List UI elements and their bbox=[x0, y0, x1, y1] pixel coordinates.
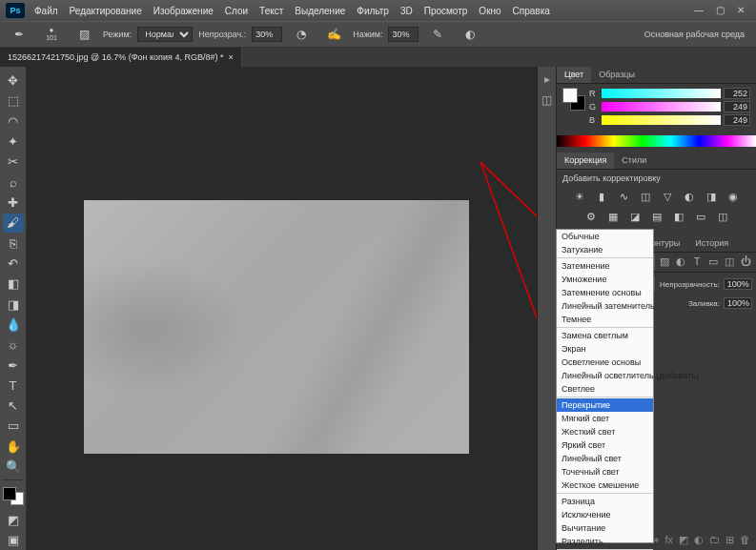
g-value[interactable]: 249 bbox=[724, 101, 750, 112]
canvas-area[interactable] bbox=[27, 67, 537, 550]
gradient-tool-icon[interactable]: ◨ bbox=[3, 295, 24, 313]
filter-smart-icon[interactable]: ◫ bbox=[723, 255, 736, 269]
blur-tool-icon[interactable]: 💧 bbox=[3, 316, 24, 334]
lasso-tool-icon[interactable]: ◠ bbox=[3, 112, 24, 131]
opacity-input[interactable] bbox=[252, 27, 282, 42]
invert-adj-icon[interactable]: ◪ bbox=[626, 211, 644, 226]
gradient-map-adj-icon[interactable]: ▭ bbox=[692, 211, 709, 226]
blend-option[interactable]: Жесткий свет bbox=[557, 425, 653, 438]
tab-swatches[interactable]: Образцы bbox=[591, 67, 643, 83]
blend-option[interactable]: Мягкий свет bbox=[557, 412, 653, 425]
flow-input[interactable] bbox=[388, 27, 419, 42]
menu-выделение[interactable]: Выделение bbox=[289, 4, 351, 18]
minimize-button[interactable]: — bbox=[689, 3, 708, 18]
spectrum-ramp[interactable] bbox=[557, 135, 756, 147]
blend-option[interactable]: Точечный свет bbox=[557, 465, 653, 479]
document-tab[interactable]: 15266217421750.jpg @ 16.7% (Фон копия 4,… bbox=[0, 48, 242, 67]
b-value[interactable]: 249 bbox=[724, 114, 750, 126]
curves-adj-icon[interactable]: ∿ bbox=[615, 191, 632, 206]
tab-adjustments[interactable]: Коррекция bbox=[557, 153, 614, 169]
brush-tool-icon[interactable]: 🖌 bbox=[3, 214, 24, 232]
quick-mask-icon[interactable]: ◩ bbox=[3, 510, 24, 528]
blend-option[interactable]: Разница bbox=[557, 495, 653, 508]
healing-tool-icon[interactable]: ✚ bbox=[3, 194, 24, 212]
blend-option[interactable]: Светлее bbox=[557, 382, 653, 396]
maximize-button[interactable]: ▢ bbox=[710, 3, 729, 18]
color-selector-swatches[interactable] bbox=[562, 88, 585, 111]
threshold-adj-icon[interactable]: ◧ bbox=[670, 211, 687, 226]
tab-history[interactable]: История bbox=[687, 235, 736, 252]
pressure-opacity-icon[interactable]: ◔ bbox=[288, 24, 315, 45]
blend-option[interactable]: Замена светлым bbox=[557, 329, 653, 342]
mode-select[interactable]: Нормал... bbox=[137, 27, 193, 42]
blend-option[interactable]: Перекрытие bbox=[557, 398, 653, 412]
menu-окно[interactable]: Окно bbox=[473, 4, 506, 18]
tab-color[interactable]: Цвет bbox=[557, 67, 591, 83]
eraser-tool-icon[interactable]: ◧ bbox=[3, 275, 24, 293]
filter-type-icon[interactable]: T bbox=[690, 255, 704, 269]
vibrance-adj-icon[interactable]: ▽ bbox=[659, 191, 676, 206]
blend-option[interactable]: Жесткое смешение bbox=[557, 479, 653, 492]
dodge-tool-icon[interactable]: ☼ bbox=[3, 336, 24, 354]
menu-фильтр[interactable]: Фильтр bbox=[351, 4, 395, 18]
pen-tool-icon[interactable]: ✒ bbox=[3, 356, 24, 374]
path-tool-icon[interactable]: ↖ bbox=[3, 397, 24, 415]
photo-filter-adj-icon[interactable]: ◉ bbox=[725, 191, 742, 206]
pressure-size-icon[interactable]: ✎ bbox=[424, 24, 451, 45]
workspace-label[interactable]: Основная рабочая среда bbox=[644, 30, 745, 39]
blend-option[interactable]: Обычные bbox=[557, 230, 653, 243]
hue-adj-icon[interactable]: ◐ bbox=[681, 191, 698, 206]
r-value[interactable]: 252 bbox=[724, 88, 750, 99]
blend-option[interactable]: Исключение bbox=[557, 508, 653, 521]
blend-option[interactable]: Вычитание bbox=[557, 521, 653, 535]
eyedropper-tool-icon[interactable]: ⌕ bbox=[3, 173, 24, 192]
layer-opacity-input[interactable]: 100% bbox=[724, 278, 752, 290]
blend-option[interactable]: Умножение bbox=[557, 273, 653, 286]
menu-файл[interactable]: Файл bbox=[29, 4, 64, 18]
blend-option[interactable]: Линейный осветлитель (добавить) bbox=[557, 369, 653, 382]
menu-справка[interactable]: Справка bbox=[507, 4, 556, 18]
blend-option[interactable]: Экран bbox=[557, 342, 653, 356]
adj-layer-icon[interactable]: ◐ bbox=[694, 534, 704, 546]
blend-option[interactable]: Темнее bbox=[557, 313, 653, 326]
close-button[interactable]: ✕ bbox=[731, 3, 750, 18]
brush-size-picker[interactable]: ●101 bbox=[38, 24, 65, 45]
panel-icon[interactable]: ◫ bbox=[540, 93, 555, 109]
filter-pixel-icon[interactable]: ▨ bbox=[658, 255, 671, 269]
menu-3d[interactable]: 3D bbox=[395, 4, 419, 18]
menu-редактирование[interactable]: Редактирование bbox=[64, 4, 148, 18]
stamp-tool-icon[interactable]: ⎘ bbox=[3, 234, 24, 253]
blend-option[interactable]: Осветление основы bbox=[557, 356, 653, 369]
blend-option[interactable]: Яркий свет bbox=[557, 438, 653, 452]
move-tool-icon[interactable]: ✥ bbox=[3, 71, 24, 90]
menu-изображение[interactable]: Изображение bbox=[148, 4, 219, 18]
levels-adj-icon[interactable]: ▮ bbox=[593, 191, 610, 206]
history-brush-tool-icon[interactable]: ↶ bbox=[3, 255, 24, 273]
airbrush-icon[interactable]: ✍ bbox=[320, 24, 347, 45]
layer-fill-input[interactable]: 100% bbox=[724, 297, 752, 309]
menu-текст[interactable]: Текст bbox=[254, 4, 289, 18]
new-layer-icon[interactable]: ⊞ bbox=[725, 534, 734, 546]
exposure-adj-icon[interactable]: ◫ bbox=[637, 191, 654, 206]
mask-icon[interactable]: ◩ bbox=[679, 534, 688, 546]
brightness-adj-icon[interactable]: ☀ bbox=[571, 191, 588, 206]
zoom-tool-icon[interactable]: 🔍 bbox=[3, 458, 24, 476]
blend-option[interactable]: Затемнение bbox=[557, 259, 653, 273]
crop-tool-icon[interactable]: ✂ bbox=[3, 153, 24, 171]
blend-option[interactable]: Линейный затемнитель bbox=[557, 299, 653, 313]
foreground-background-swatches[interactable] bbox=[3, 487, 24, 505]
g-slider[interactable] bbox=[602, 102, 721, 112]
blend-option[interactable]: Затухание bbox=[557, 243, 653, 256]
tablet-icon[interactable]: ◐ bbox=[457, 24, 483, 45]
r-slider[interactable] bbox=[602, 89, 721, 98]
channel-mixer-adj-icon[interactable]: ⚙ bbox=[582, 211, 600, 226]
brush-panel-icon[interactable]: ▨ bbox=[71, 24, 97, 45]
filter-shape-icon[interactable]: ▭ bbox=[706, 255, 720, 269]
selective-adj-icon[interactable]: ◫ bbox=[714, 211, 731, 226]
posterize-adj-icon[interactable]: ▤ bbox=[648, 211, 665, 226]
blend-mode-dropdown[interactable]: ОбычныеЗатуханиеЗатемнениеУмножениеЗатем… bbox=[556, 229, 654, 543]
document-canvas[interactable] bbox=[84, 200, 469, 454]
shape-tool-icon[interactable]: ▭ bbox=[3, 417, 24, 435]
b-slider[interactable] bbox=[602, 115, 721, 125]
screen-mode-icon[interactable]: ▣ bbox=[3, 531, 24, 549]
